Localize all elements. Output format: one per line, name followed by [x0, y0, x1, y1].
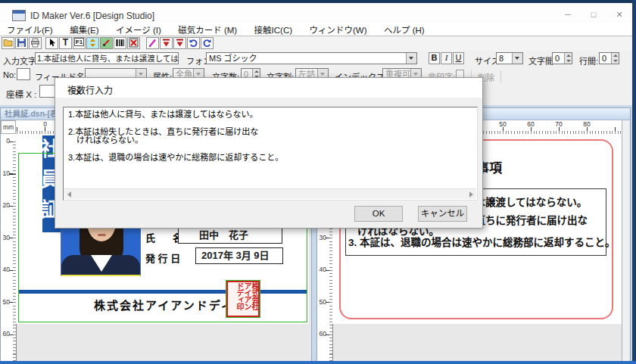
- minimize-button[interactable]: ─: [557, 8, 578, 22]
- app-icon: [12, 10, 26, 21]
- field-tool-button[interactable]: F1: [73, 37, 86, 49]
- ruler-unit-corner: mm: [1, 120, 16, 134]
- dialog-titlebar[interactable]: 複数行入力 ✕: [55, 78, 482, 98]
- scroll-right-icon[interactable]: [469, 191, 473, 198]
- coordinate-x-label: 座標 X :: [6, 88, 36, 100]
- horizontal-scrollbar[interactable]: [64, 188, 476, 199]
- image-tool-button[interactable]: [100, 37, 113, 49]
- window-title: ID Maker Ver.6 [Design Studio]: [30, 11, 154, 21]
- textarea-line: 3.本証は、退職の場合は速やかに総務部に返却すること。: [68, 154, 283, 162]
- print-button[interactable]: [29, 37, 42, 49]
- notes-line-3: 3. 本証は、退職の場合は速やかに総務部に返却すること。: [348, 234, 616, 249]
- no-field: [17, 68, 30, 80]
- barcode-icon: [114, 38, 126, 48]
- dialog-close-button[interactable]: ✕: [67, 83, 90, 103]
- chevron-down-icon[interactable]: [406, 53, 416, 64]
- multiline-textarea[interactable]: 1.本証は他人に貸与、または譲渡してはならない。 2.本証は紛失したときは、直ち…: [63, 107, 478, 201]
- multiline-input-dialog: 複数行入力 ✕ 1.本証は他人に貸与、または譲渡してはならない。 2.本証は紛失…: [55, 77, 483, 229]
- magenta-pen-icon: [147, 38, 158, 48]
- textarea-line: ければならない。: [68, 136, 143, 145]
- ok-button[interactable]: OK: [354, 206, 403, 222]
- cursor-arrow-icon: [46, 38, 58, 48]
- menu-help[interactable]: ヘルプ (H): [377, 24, 432, 36]
- text-tool-icon: T: [63, 37, 68, 48]
- select-tool-button[interactable]: [45, 37, 58, 49]
- pen-edit-button[interactable]: [146, 37, 159, 49]
- maximize-button[interactable]: □: [583, 8, 604, 22]
- window-border-bottom: [0, 361, 636, 364]
- scroll-left-icon[interactable]: [67, 191, 71, 198]
- no-label: No:: [3, 70, 16, 79]
- underline-button[interactable]: U: [453, 52, 464, 64]
- redo-arrow-icon: [201, 38, 213, 48]
- image-pen-icon: [101, 38, 112, 48]
- menu-contact-ic[interactable]: 接触IC(C): [248, 24, 299, 36]
- window-border-right: [632, 0, 636, 364]
- insert-down-arrow-icon: [174, 38, 186, 48]
- open-folder-icon: [2, 38, 14, 48]
- undo-button[interactable]: [187, 37, 200, 49]
- text-tool-button[interactable]: T: [59, 37, 72, 49]
- input-text-label: 入力文字:: [3, 54, 39, 67]
- char-spacing-spinner[interactable]: 0: [552, 52, 572, 64]
- company-seal-stamp[interactable]: 株式会社アイアンドディ印: [226, 281, 260, 317]
- input-text-field[interactable]: 1.本証は他人に貸与、または譲渡してはならない。: [35, 52, 179, 64]
- title-bar[interactable]: ID Maker Ver.6 [Design Studio] ─ □ ✕: [0, 3, 636, 23]
- insert-down-arrow-icon: [161, 38, 172, 48]
- floppy-disk-icon: [16, 38, 27, 48]
- menu-magnetic-card[interactable]: 磁気カード (M): [171, 24, 244, 36]
- spinner-arrows-icon[interactable]: [611, 53, 619, 64]
- menu-image[interactable]: イメージ (I): [109, 24, 168, 36]
- menu-edit[interactable]: 編集(E): [63, 24, 105, 36]
- cancel-button[interactable]: キャンセル: [418, 206, 467, 222]
- chevron-down-icon[interactable]: [512, 53, 522, 64]
- insert-field-down-button[interactable]: [160, 37, 173, 49]
- bold-button[interactable]: B: [429, 52, 440, 64]
- menu-bar: ファイル(F) 編集(E) イメージ (I) 磁気カード (M) 接触IC(C)…: [0, 23, 636, 36]
- printer-icon: [30, 38, 41, 48]
- toolbar: T F1: [0, 36, 636, 51]
- undo-arrow-icon: [188, 38, 199, 48]
- spinner-arrows-icon[interactable]: [564, 53, 572, 64]
- delete-object-button[interactable]: [127, 37, 140, 49]
- front-vertical-ruler: 0 10 20 30 40 50 60: [1, 134, 17, 364]
- application-window: ID Maker Ver.6 [Design Studio] ─ □ ✕ ファイ…: [0, 0, 636, 364]
- red-x-icon: [128, 38, 139, 48]
- open-file-button[interactable]: [2, 37, 14, 49]
- line-spacing-spinner[interactable]: 0: [599, 52, 619, 64]
- back-panel-scrollbar[interactable]: [622, 120, 629, 364]
- line-spacing-label: 行間:: [579, 54, 598, 67]
- arrange-tool-button[interactable]: [86, 37, 99, 49]
- insert-field-down-button-2[interactable]: [173, 37, 186, 49]
- size-combobox[interactable]: 8: [496, 52, 523, 64]
- textarea-line: 1.本証は他人に貸与、または譲渡してはならない。: [68, 110, 258, 119]
- window-border-top: [0, 0, 636, 3]
- redo-button[interactable]: [201, 37, 214, 49]
- up-down-arrows-icon: [87, 38, 98, 48]
- save-button[interactable]: [15, 37, 28, 49]
- close-button[interactable]: ✕: [609, 8, 630, 22]
- field-tool-icon: F1: [74, 38, 84, 46]
- italic-button[interactable]: I: [441, 52, 452, 64]
- menu-window[interactable]: ウィンドウ(W): [303, 24, 374, 36]
- font-combobox[interactable]: MS ゴシック: [206, 52, 417, 64]
- barcode-tool-button[interactable]: [114, 37, 126, 49]
- menu-file[interactable]: ファイル(F): [0, 24, 60, 36]
